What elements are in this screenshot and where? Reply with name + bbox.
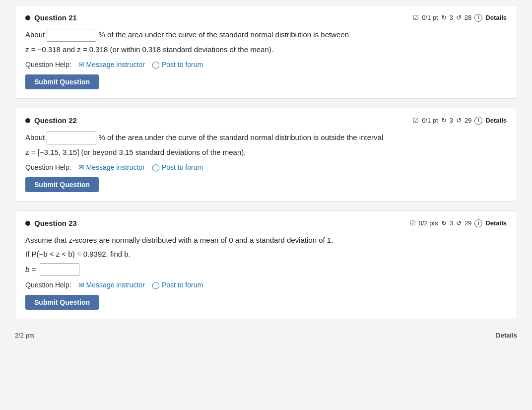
question-22-label: Question 22 xyxy=(34,116,77,125)
post-icon-22: ◯ xyxy=(152,163,160,171)
question-22-header: Question 22 ☑ 0/1 pt ↻ 3 ↺ 29 i Details xyxy=(25,116,507,125)
question-23-header: Question 23 ☑ 0/2 pts ↻ 3 ↺ 29 i Details xyxy=(25,219,507,227)
question-23-b-row: b = xyxy=(25,263,507,276)
question-21-line2: z = −0.318 and z = 0.318 (or within 0.31… xyxy=(25,44,507,56)
question-21-help-label: Question Help: xyxy=(25,61,71,68)
question-22-dot xyxy=(25,118,30,123)
question-21-body2: z = −0.318 and z = 0.318 (or within 0.31… xyxy=(25,45,273,54)
question-21-points: 0/1 pt xyxy=(422,14,438,21)
submit-button-23[interactable]: Submit Question xyxy=(25,295,99,310)
question-22-input[interactable] xyxy=(47,132,96,144)
question-21-attempts: 28 xyxy=(465,14,471,21)
question-22-line1: About % of the area under the curve of t… xyxy=(25,132,507,144)
question-23-retry: 3 xyxy=(450,219,453,227)
question-22-suffix: % of the area under the curve of the sta… xyxy=(99,133,384,141)
question-23-retry-icon: ↻ xyxy=(441,219,447,227)
question-22-retry-icon: ↻ xyxy=(441,117,447,124)
question-21-retry-icon: ↻ xyxy=(441,14,447,21)
question-23-b-input[interactable] xyxy=(40,263,79,276)
post-to-forum-text-22: Post to forum xyxy=(162,163,203,171)
question-21-line1: About % of the area under the curve of t… xyxy=(25,29,507,42)
submit-button-22[interactable]: Submit Question xyxy=(25,177,99,192)
question-22-meta: ☑ 0/1 pt ↻ 3 ↺ 29 i Details xyxy=(413,117,507,125)
question-22-body: About % of the area under the curve of t… xyxy=(25,132,507,158)
info-icon-23[interactable]: i xyxy=(474,219,482,227)
mail-icon-23: ✉ xyxy=(78,281,84,289)
question-23-line2: If P(−b < z < b) = 0.9392, find b. xyxy=(25,248,507,260)
bookmark-icon-21: ☑ xyxy=(413,14,419,21)
question-21-title: Question 21 xyxy=(25,13,77,22)
question-21-retry: 3 xyxy=(450,14,453,21)
message-instructor-link-21[interactable]: ✉ Message instructor xyxy=(78,61,145,68)
question-21-dot xyxy=(25,15,30,20)
info-icon-21[interactable]: i xyxy=(474,14,482,22)
post-icon-23: ◯ xyxy=(152,281,160,289)
question-23-body2: If P(−b < z < b) = 0.9392, find b. xyxy=(25,250,131,258)
message-instructor-link-23[interactable]: ✉ Message instructor xyxy=(78,281,145,289)
question-23-attempts-icon: ↺ xyxy=(456,219,462,227)
question-22-points: 0/1 pt xyxy=(422,117,438,124)
message-instructor-text-21: Message instructor xyxy=(86,61,145,68)
question-22-prefix: About xyxy=(25,133,45,141)
question-23-help-label: Question Help: xyxy=(25,281,71,289)
question-21-help: Question Help: ✉ Message instructor ◯ Po… xyxy=(25,61,507,68)
question-21-input[interactable] xyxy=(47,29,96,42)
question-21-header: Question 21 ☑ 0/1 pt ↻ 3 ↺ 28 i Details xyxy=(25,13,507,22)
question-23-body: Assume that z-scores are normally distri… xyxy=(25,234,507,276)
question-22-help-label: Question Help: xyxy=(25,163,71,171)
question-21-attempts-icon: ↺ xyxy=(456,14,462,21)
bottom-meta: 2/2 pts xyxy=(15,332,34,339)
question-23-line1: Assume that z-scores are normally distri… xyxy=(25,234,507,246)
question-23-title: Question 23 xyxy=(25,219,77,227)
question-21-meta: ☑ 0/1 pt ↻ 3 ↺ 28 i Details xyxy=(413,14,507,22)
question-21-block: Question 21 ☑ 0/1 pt ↻ 3 ↺ 28 i Details … xyxy=(15,5,517,99)
info-icon-22[interactable]: i xyxy=(474,117,482,125)
question-21-prefix: About xyxy=(25,30,45,39)
post-to-forum-link-22[interactable]: ◯ Post to forum xyxy=(152,163,203,171)
question-22-retry: 3 xyxy=(450,117,453,124)
message-instructor-text-22: Message instructor xyxy=(86,163,145,171)
question-23-attempts: 29 xyxy=(465,219,471,227)
bookmark-icon-22: ☑ xyxy=(413,117,419,124)
details-link-21[interactable]: Details xyxy=(485,14,507,21)
details-link-23[interactable]: Details xyxy=(485,219,507,227)
bottom-bar: 2/2 pts Details xyxy=(15,328,517,339)
question-22-attempts-icon: ↺ xyxy=(456,117,462,124)
post-icon-21: ◯ xyxy=(152,61,160,68)
question-23-block: Question 23 ☑ 0/2 pts ↻ 3 ↺ 29 i Details… xyxy=(15,210,517,319)
bottom-details[interactable]: Details xyxy=(496,332,517,339)
question-21-body: About % of the area under the curve of t… xyxy=(25,29,507,56)
mail-icon-22: ✉ xyxy=(78,163,84,171)
question-22-body2: z = [−3.15, 3.15] (or beyond 3.15 standa… xyxy=(25,148,246,156)
question-22-attempts: 29 xyxy=(465,117,471,124)
question-21-label: Question 21 xyxy=(34,13,77,22)
question-23-help: Question Help: ✉ Message instructor ◯ Po… xyxy=(25,281,507,289)
post-to-forum-text-21: Post to forum xyxy=(162,61,203,68)
details-link-22[interactable]: Details xyxy=(485,117,507,124)
message-instructor-text-23: Message instructor xyxy=(86,281,145,289)
question-22-line2: z = [−3.15, 3.15] (or beyond 3.15 standa… xyxy=(25,146,507,158)
submit-button-21[interactable]: Submit Question xyxy=(25,74,99,89)
page-container: Question 21 ☑ 0/1 pt ↻ 3 ↺ 28 i Details … xyxy=(0,0,532,410)
question-23-dot xyxy=(25,221,30,226)
question-23-label: Question 23 xyxy=(34,219,77,227)
message-instructor-link-22[interactable]: ✉ Message instructor xyxy=(78,163,145,171)
question-23-points: 0/2 pts xyxy=(419,219,438,227)
mail-icon-21: ✉ xyxy=(78,61,84,68)
question-21-suffix: % of the area under the curve of the sta… xyxy=(99,30,349,39)
post-to-forum-link-21[interactable]: ◯ Post to forum xyxy=(152,61,203,68)
post-to-forum-text-23: Post to forum xyxy=(162,281,203,289)
question-22-help: Question Help: ✉ Message instructor ◯ Po… xyxy=(25,163,507,171)
bookmark-icon-23: ☑ xyxy=(410,219,416,227)
question-23-body1: Assume that z-scores are normally distri… xyxy=(25,236,333,244)
question-22-title: Question 22 xyxy=(25,116,77,125)
question-22-block: Question 22 ☑ 0/1 pt ↻ 3 ↺ 29 i Details … xyxy=(15,108,517,202)
post-to-forum-link-23[interactable]: ◯ Post to forum xyxy=(152,281,203,289)
question-23-meta: ☑ 0/2 pts ↻ 3 ↺ 29 i Details xyxy=(410,219,507,227)
b-label: b = xyxy=(25,264,36,275)
